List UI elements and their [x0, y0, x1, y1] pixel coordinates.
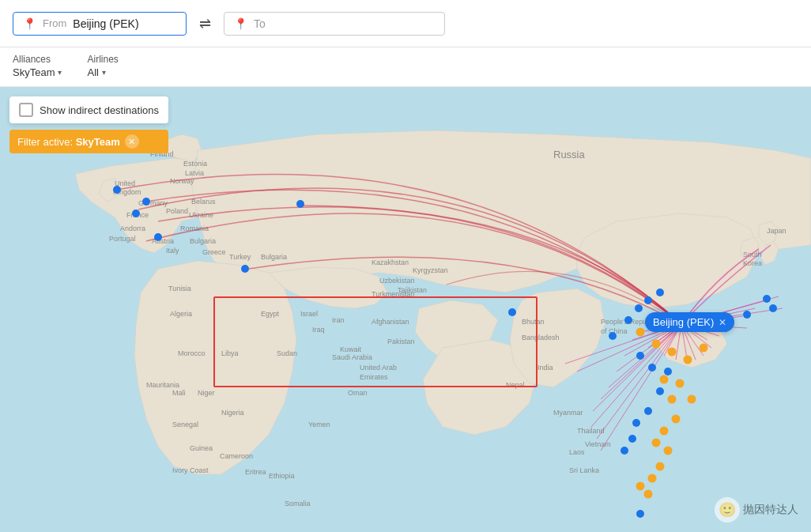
svg-text:Bulgaria: Bulgaria [261, 253, 287, 261]
svg-text:South: South [743, 251, 762, 258]
svg-text:Turkey: Turkey [229, 253, 251, 261]
beijing-label[interactable]: Beijing (PEK) ✕ [645, 312, 734, 332]
airport-dot-b5[interactable] [664, 368, 672, 375]
svg-text:Senegal: Senegal [172, 421, 198, 428]
svg-text:United Arab: United Arab [360, 364, 397, 372]
airlines-dropdown[interactable]: All ▾ [87, 66, 118, 78]
svg-text:Kuwait: Kuwait [340, 345, 362, 353]
svg-text:Eritrea: Eritrea [245, 468, 266, 476]
svg-text:Afghanistan: Afghanistan [372, 318, 409, 326]
svg-text:Bulgaria: Bulgaria [190, 237, 216, 245]
svg-text:Emirates: Emirates [360, 373, 388, 381]
from-input-box[interactable]: 📍 From Beijing (PEK) [13, 12, 187, 36]
airport-dot-y8[interactable] [668, 395, 677, 404]
alliances-label: Alliances [13, 54, 62, 65]
to-placeholder: To [254, 17, 266, 30]
airport-dot-b13[interactable] [656, 289, 664, 296]
airport-dot-y11[interactable] [660, 427, 669, 436]
airport-dot-amsterdam[interactable] [142, 198, 150, 206]
airport-dot-b4[interactable] [648, 364, 656, 372]
airport-dot-y14[interactable] [656, 462, 665, 471]
svg-text:Tajikistan: Tajikistan [398, 286, 427, 294]
airport-dot-central-asia[interactable] [508, 308, 516, 316]
sub-header: Alliances SkyTeam ▾ Airlines All ▾ [0, 47, 811, 87]
airport-dot-y5[interactable] [700, 344, 708, 353]
airport-dot-y3[interactable] [668, 348, 677, 357]
airport-dot-b8[interactable] [632, 419, 640, 427]
airport-dot-osaka[interactable] [769, 304, 777, 312]
svg-text:Portugal: Portugal [109, 235, 136, 243]
airlines-label: Airlines [87, 54, 118, 65]
svg-text:Romania: Romania [180, 224, 209, 232]
svg-text:Ukraine: Ukraine [189, 211, 213, 219]
airport-dot-y13[interactable] [664, 447, 673, 455]
svg-text:Vietnam: Vietnam [585, 440, 611, 448]
airport-dot-b3[interactable] [636, 352, 644, 360]
airport-dot-rome[interactable] [154, 233, 162, 241]
swap-button[interactable]: ⇌ [196, 12, 214, 36]
airport-dot-sofia[interactable] [241, 265, 249, 273]
svg-text:Bangladesh: Bangladesh [522, 334, 560, 341]
svg-text:Italy: Italy [166, 247, 179, 255]
airport-dot-paris[interactable] [132, 209, 140, 217]
alliances-chevron-icon: ▾ [58, 68, 62, 77]
indirect-checkbox[interactable] [19, 103, 33, 117]
airport-dot-y10[interactable] [672, 415, 681, 424]
airlines-value: All [87, 66, 98, 78]
svg-text:Bhutan: Bhutan [522, 318, 545, 326]
airport-dot-b1[interactable] [624, 316, 632, 324]
airport-dot-b6[interactable] [656, 387, 664, 395]
to-input-box[interactable]: 📍 To [224, 12, 445, 36]
airport-dot-y6[interactable] [660, 375, 669, 384]
from-label: From [43, 17, 66, 29]
svg-text:Latvia: Latvia [185, 169, 204, 177]
airport-dot-y4[interactable] [684, 356, 692, 364]
svg-text:Yemen: Yemen [308, 421, 330, 428]
airport-dot-y12[interactable] [652, 439, 661, 447]
svg-text:Estonia: Estonia [183, 160, 207, 168]
beijing-close-icon[interactable]: ✕ [719, 317, 726, 328]
airport-dot-tokyo[interactable] [763, 295, 771, 303]
svg-text:Sri Lanka: Sri Lanka [569, 466, 599, 474]
map-container[interactable]: Russia United Kingdom Germany France And… [0, 87, 811, 532]
airport-dot-b11[interactable] [635, 304, 643, 312]
airport-dot-b12[interactable] [644, 296, 652, 304]
svg-text:India: India [538, 364, 553, 372]
airport-dot-se1[interactable] [636, 510, 644, 518]
svg-text:Guinea: Guinea [190, 444, 213, 452]
svg-text:Laos: Laos [569, 448, 585, 456]
airport-dot-b7[interactable] [644, 407, 652, 415]
svg-text:Cameroon: Cameroon [220, 452, 253, 460]
airport-dot-y17[interactable] [644, 490, 653, 499]
svg-text:Saudi Arabia: Saudi Arabia [332, 353, 372, 361]
airport-dot-y2[interactable] [652, 340, 661, 349]
map-overlay: Show indirect destinations Filter active… [9, 96, 168, 153]
airport-dot-seoul[interactable] [743, 311, 751, 319]
filter-close-button[interactable]: ✕ [125, 134, 139, 149]
from-value: Beijing (PEK) [73, 17, 138, 30]
airport-dot-london[interactable] [113, 186, 121, 194]
airport-dot-y15[interactable] [648, 474, 657, 483]
alliances-filter: Alliances SkyTeam ▾ [13, 54, 62, 78]
svg-text:Korea: Korea [743, 259, 762, 267]
airport-dot-y1[interactable] [636, 328, 645, 337]
svg-text:Niger: Niger [198, 389, 215, 397]
svg-text:Ivory Coast: Ivory Coast [172, 466, 209, 474]
airport-dot-b2[interactable] [609, 332, 617, 340]
airport-dot-y16[interactable] [636, 482, 645, 491]
header: 📍 From Beijing (PEK) ⇌ 📍 To [0, 0, 811, 47]
svg-text:Iran: Iran [332, 316, 345, 324]
airport-dot-b10[interactable] [621, 447, 628, 455]
airport-dot-b9[interactable] [628, 435, 636, 443]
indirect-destinations-toggle[interactable]: Show indirect destinations [9, 96, 168, 123]
airlines-filter: Airlines All ▾ [87, 54, 118, 78]
airport-dot-y7[interactable] [676, 379, 685, 388]
airlines-chevron-icon: ▾ [102, 68, 106, 77]
svg-text:Libya: Libya [221, 349, 239, 357]
alliances-dropdown[interactable]: SkyTeam ▾ [13, 66, 62, 78]
svg-text:Nigeria: Nigeria [221, 409, 244, 417]
airport-dot-y9[interactable] [688, 395, 696, 404]
airport-dot-moscow[interactable] [296, 200, 304, 208]
watermark-text: 抛因特达人 [743, 503, 798, 517]
svg-text:Egypt: Egypt [261, 310, 280, 318]
